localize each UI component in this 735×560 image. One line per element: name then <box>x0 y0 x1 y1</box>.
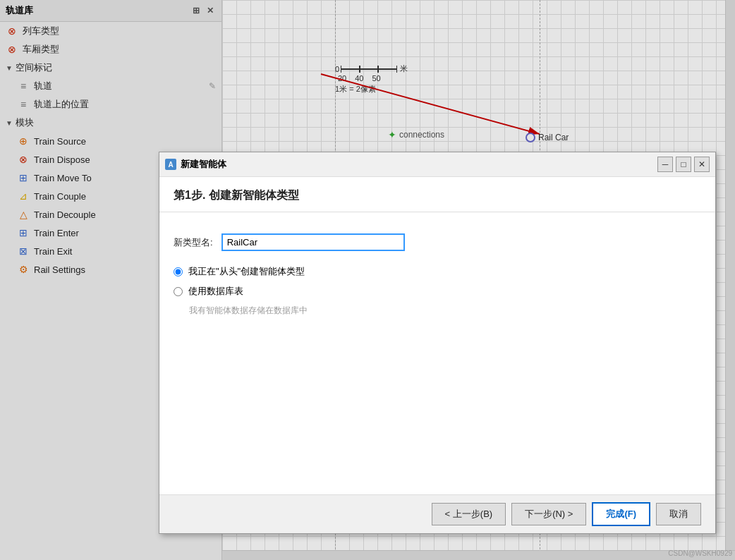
modal-titlebar-buttons: ─ □ ✕ <box>657 157 710 172</box>
modal-app-icon: A <box>165 159 176 170</box>
modal-close-button[interactable]: ✕ <box>694 157 710 172</box>
cancel-button[interactable]: 取消 <box>656 503 701 525</box>
modal-header-text: 第1步. 创建新智能体类型 <box>174 189 299 201</box>
modal-header: 第1步. 创建新智能体类型 <box>159 177 715 212</box>
new-type-name-input[interactable] <box>221 233 405 251</box>
radio-from-scratch[interactable] <box>174 267 183 276</box>
modal-minimize-button[interactable]: ─ <box>657 157 673 172</box>
form-row-name: 新类型名: <box>174 233 701 251</box>
modal-titlebar-left: A 新建智能体 <box>165 158 226 171</box>
modal-titlebar: A 新建智能体 ─ □ ✕ <box>159 152 715 177</box>
field-label: 新类型名: <box>174 236 213 249</box>
radio-from-scratch-label: 我正在"从头"创建智能体类型 <box>188 265 305 278</box>
radio-database-label: 使用数据库表 <box>188 285 243 298</box>
radio-item-database[interactable]: 使用数据库表 <box>174 285 701 298</box>
radio-item-from-scratch[interactable]: 我正在"从头"创建智能体类型 <box>174 265 701 278</box>
back-button[interactable]: < 上一步(B) <box>432 503 506 525</box>
finish-button[interactable]: 完成(F) <box>592 502 650 526</box>
modal-maximize-button[interactable]: □ <box>676 157 691 172</box>
radio-group: 我正在"从头"创建智能体类型 使用数据库表 我有智能体数据存储在数据库中 <box>174 265 701 317</box>
next-button[interactable]: 下一步(N) > <box>511 503 586 525</box>
radio-database[interactable] <box>174 287 183 296</box>
radio-database-hint: 我有智能体数据存储在数据库中 <box>189 305 701 317</box>
modal-title: 新建智能体 <box>181 158 226 171</box>
modal-footer: < 上一步(B) 下一步(N) > 完成(F) 取消 <box>159 494 715 533</box>
new-agent-dialog: A 新建智能体 ─ □ ✕ 第1步. 创建新智能体类型 新类型名: 我正在"从头… <box>159 152 716 534</box>
modal-body: 新类型名: 我正在"从头"创建智能体类型 使用数据库表 我有智能体数据存储在数据… <box>159 212 715 494</box>
